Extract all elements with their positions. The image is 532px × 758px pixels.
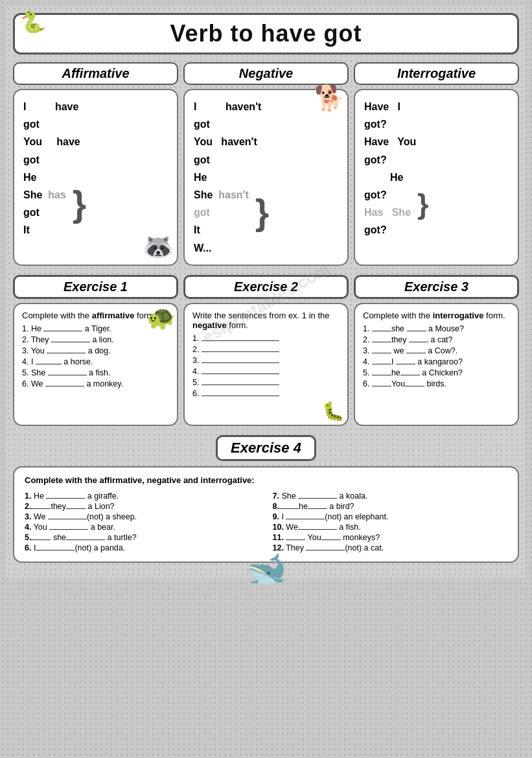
snake-icon: 🐍 <box>20 10 46 34</box>
page-title: Verb to have got <box>28 20 504 47</box>
neg-row1b: got <box>194 115 210 133</box>
negative-header: Negative <box>183 62 349 85</box>
int-hsi-group: He got? Has She got? <box>364 169 411 239</box>
ex1-line2: 2. They a lion. <box>22 335 169 344</box>
int-row1b: got? <box>364 115 387 133</box>
grammar-section: I have got You have got He She has got I… <box>13 89 519 266</box>
title-box: Verb to have got 🐍 <box>13 13 519 54</box>
exercise4-grid: 1. He a giraffe. 2.they a Lion? 3. We (n… <box>25 490 507 554</box>
ex3-line6: 6. You birds. <box>363 379 510 388</box>
ex1-line3: 3. You a dog. <box>22 346 169 355</box>
int-row1: Have I <box>364 98 400 115</box>
aff-hsi-group: He She has got It <box>23 169 66 239</box>
int-row2b: got? <box>364 151 387 169</box>
ex4-c1-l6: 6. I(not) a panda. <box>25 543 260 552</box>
neg-row2: You haven't <box>194 133 257 150</box>
interrogative-box: Have I got? Have You got? He got? Has Sh… <box>354 89 519 266</box>
interrogative-header: Interrogative <box>354 62 519 85</box>
exercise3-box: Complete with the interrogative form. 1.… <box>354 303 519 426</box>
ex3-line5: 5. he a Chicken? <box>363 368 510 377</box>
bug-icon: 🐛 <box>322 401 345 422</box>
ex2-instruction: Write the sentences from ex. 1 in the ne… <box>192 311 340 330</box>
ex4-c1-l5: 5. she a turtle? <box>25 533 260 542</box>
dog-icon: 🐕 <box>314 84 345 112</box>
negative-box: I haven't got You haven't got He She has… <box>183 89 349 266</box>
ex3-line1: 1. she a Mouse? <box>363 324 510 333</box>
exercise4-box: Complete with the affirmative, negative … <box>13 466 519 563</box>
ex4-c1-l2: 2.they a Lion? <box>25 502 260 511</box>
ex4-col1: 1. He a giraffe. 2.they a Lion? 3. We (n… <box>25 490 260 554</box>
ex4-c2-l4: 10. We a fish. <box>273 523 508 532</box>
ex4-c1-l1: 1. He a giraffe. <box>25 492 260 501</box>
neg-row2b: got <box>194 151 210 169</box>
brace-neg: } <box>255 195 269 230</box>
ex2-line4: 4. <box>192 367 340 376</box>
ex3-line4: 4. I a kangaroo? <box>363 357 510 366</box>
ex3-line2: 2. they a cat? <box>363 335 510 344</box>
ex1-line4: 4. I a horse. <box>22 357 169 366</box>
affirmative-header: Affirmative <box>13 62 178 85</box>
ex4-col2: 7. She a koala. 8.he a bird? 9. I (not) … <box>273 490 508 554</box>
ex4-c2-l6: 12. They (not) a cat. <box>273 543 508 552</box>
ex2-line6: 6. <box>192 389 340 398</box>
ex3-line3: 3. we a Cow?. <box>363 346 510 355</box>
interrogative-content: Have I got? Have You got? He got? Has Sh… <box>364 98 509 239</box>
ex3-instruction: Complete with the interrogative form. <box>363 311 510 320</box>
exercise-section-row1: Complete with the affirmative form. 1. H… <box>13 303 519 426</box>
int-row2: Have You <box>364 133 416 150</box>
ex4-c2-l5: 11. You monkeys? <box>273 533 508 542</box>
whale-icon: 🐋 <box>246 550 286 587</box>
ex4-label-wrap: Exercise 4 <box>13 435 519 461</box>
aff-row2: You have <box>23 133 80 150</box>
exercise-labels-row1: Exercise 1 Exercise 2 Exercise 3 <box>13 275 519 299</box>
ex1-label: Exercise 1 <box>13 275 178 299</box>
exercise1-box: Complete with the affirmative form. 1. H… <box>13 303 178 426</box>
ex3-label: Exercise 3 <box>354 275 519 299</box>
neg-row1: I haven't <box>194 98 261 115</box>
brace-int: } <box>417 189 429 219</box>
ex4-c2-l1: 7. She a koala. <box>273 492 508 501</box>
neg-hsi-group: He She hasn't got It W... <box>194 169 249 257</box>
ex1-line6: 6. We a monkey. <box>22 379 169 388</box>
ex2-line5: 5. <box>192 378 340 387</box>
ex2-label: Exercise 2 <box>183 275 349 299</box>
negative-content: I haven't got You haven't got He She has… <box>194 98 338 257</box>
ex2-line2: 2. <box>192 345 340 354</box>
section-headers: Affirmative Negative Interrogative <box>13 62 519 85</box>
turtle-icon: 🐢 <box>146 304 176 331</box>
ex4-instruction: Complete with the affirmative, negative … <box>25 475 507 485</box>
ex4-c2-l2: 8.he a bird? <box>273 502 508 511</box>
affirmative-box: I have got You have got He She has got I… <box>13 89 178 266</box>
ex1-line5: 5. She a fish. <box>22 368 169 377</box>
ex4-c1-l3: 3. We (not) a sheep. <box>25 512 260 521</box>
ex4-c2-l3: 9. I (not) an elephant. <box>273 512 508 521</box>
affirmative-content: I have got You have got He She has got I… <box>23 98 168 239</box>
aff-row2b: got <box>23 151 40 169</box>
brace-aff: } <box>73 186 86 222</box>
aff-row1: I have <box>23 98 78 115</box>
ex4-label: Exercise 4 <box>216 435 316 461</box>
ex4-c1-l4: 4. You a bear. <box>25 523 260 532</box>
ex2-line1: 1. <box>192 334 340 343</box>
exercise2-box: Write the sentences from ex. 1 in the ne… <box>183 303 349 426</box>
aff-row1b: got <box>23 115 40 133</box>
raccoon-icon: 🦝 <box>142 231 174 262</box>
page: Verb to have got 🐍 Affirmative Negative … <box>6 6 526 578</box>
ex2-line3: 3. <box>192 356 340 365</box>
